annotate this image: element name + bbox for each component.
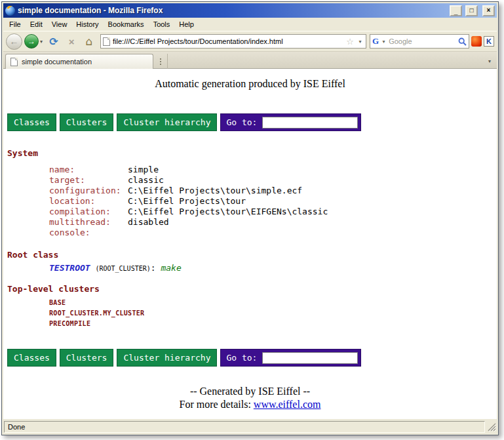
row-label: multithread:	[49, 217, 128, 228]
root-class-line: TESTROOT (ROOT_CLUSTER): make	[49, 262, 497, 274]
clusters-button[interactable]: Clusters	[60, 349, 114, 367]
cluster-link-base[interactable]: BASE	[49, 298, 497, 308]
goto-box: Go to:	[220, 113, 361, 131]
eiffel-website-link[interactable]: www.eiffel.com	[254, 399, 321, 410]
minimize-button[interactable]: _	[450, 5, 462, 16]
home-button[interactable]: ⌂	[81, 33, 97, 49]
google-logo-icon: G	[372, 37, 379, 46]
system-row-multithread: multithread:disabled	[49, 217, 497, 228]
firefox-icon	[5, 6, 15, 16]
details-line: For more details: www.eiffel.com	[3, 398, 497, 411]
row-label: location:	[49, 196, 128, 207]
classes-button[interactable]: Classes	[7, 113, 56, 131]
addon-red-icon[interactable]	[471, 36, 482, 47]
menu-help[interactable]: Help	[174, 18, 199, 30]
page-content: Automatic generation produced by ISE Eif…	[3, 69, 497, 419]
stop-icon: ×	[69, 36, 75, 47]
forward-button-group: → ▾	[24, 34, 44, 49]
stop-button[interactable]: ×	[64, 33, 79, 49]
resize-grip[interactable]	[486, 422, 496, 431]
system-row-console: console:	[49, 228, 497, 238]
browser-window: simple documentation - Mozilla Firefox _…	[1, 1, 499, 435]
cluster-hierarchy-button[interactable]: Cluster hierarchy	[117, 349, 217, 367]
goto-label: Go to:	[221, 353, 262, 363]
root-cluster-ref: (ROOT_CLUSTER)	[95, 265, 150, 272]
search-box[interactable]: G ▾	[370, 34, 469, 49]
url-bar[interactable]: ☆ ▾	[100, 34, 366, 49]
maximize-button[interactable]: □	[465, 5, 478, 16]
classes-button[interactable]: Classes	[7, 349, 56, 367]
minimize-icon: _	[454, 9, 458, 15]
cluster-link-root-cluster[interactable]: ROOT_CLUSTER.MY_CLUSTER	[49, 308, 497, 319]
maximize-icon: □	[469, 7, 473, 14]
menu-file[interactable]: File	[5, 18, 26, 30]
doc-title: Automatic generation produced by ISE Eif…	[3, 78, 497, 90]
navigation-toolbar: ← → ▾ ⟳ × ⌂ ☆ ▾ G ▾	[3, 31, 497, 52]
tab-strip: simple documentation ▾	[3, 52, 497, 69]
menu-edit[interactable]: Edit	[26, 18, 47, 30]
root-class-link[interactable]: TESTROOT	[49, 263, 90, 273]
cluster-link-precompile[interactable]: PRECOMPILE	[49, 319, 497, 329]
row-label: target:	[49, 175, 128, 186]
back-button[interactable]: ←	[6, 33, 22, 50]
system-row-compilation: compilation:C:\Eiffel Projects\tour\EIFG…	[49, 207, 497, 217]
goto-box: Go to:	[220, 349, 361, 367]
forward-icon: →	[28, 37, 35, 46]
goto-input[interactable]	[262, 117, 358, 129]
grippy-dots-icon	[160, 61, 161, 62]
status-text: Done	[4, 421, 485, 433]
url-history-dropdown[interactable]: ▾	[357, 39, 364, 45]
row-value: classic	[128, 175, 164, 186]
row-label: name:	[49, 165, 128, 175]
bookmark-star-icon[interactable]: ☆	[346, 37, 354, 46]
search-engine-dropdown[interactable]: ▾	[380, 39, 387, 45]
page-favicon-icon	[103, 37, 110, 46]
row-label: compilation:	[49, 207, 128, 217]
search-magnifier-icon[interactable]	[458, 37, 467, 46]
menu-view[interactable]: View	[47, 18, 72, 30]
doc-toolbar-bottom: Classes Clusters Cluster hierarchy Go to…	[7, 349, 497, 367]
menu-bar: File Edit View History Bookmarks Tools H…	[3, 18, 497, 31]
cluster-hierarchy-button[interactable]: Cluster hierarchy	[117, 113, 217, 131]
root-feature-link[interactable]: make	[161, 263, 181, 273]
menu-bookmarks[interactable]: Bookmarks	[104, 18, 149, 30]
generated-line: -- Generated by ISE Eiffel --	[3, 385, 497, 398]
menu-tools[interactable]: Tools	[149, 18, 175, 30]
search-input[interactable]	[389, 35, 457, 47]
system-heading: System	[7, 148, 497, 158]
close-button[interactable]: ×	[482, 5, 495, 16]
system-row-target: target:classic	[49, 175, 497, 186]
reload-icon: ⟳	[49, 35, 58, 48]
doc-footer: -- Generated by ISE Eiffel -- For more d…	[3, 385, 497, 411]
row-value: C:\Eiffel Projects\tour	[128, 196, 246, 207]
url-input[interactable]	[113, 35, 343, 47]
tab-favicon-icon	[10, 58, 18, 66]
back-icon: ←	[10, 36, 19, 47]
home-icon: ⌂	[86, 35, 93, 48]
clusters-button[interactable]: Clusters	[60, 113, 114, 131]
row-label: console:	[49, 228, 128, 238]
resize-grip-icon	[488, 423, 496, 431]
reload-button[interactable]: ⟳	[46, 33, 62, 49]
top-level-clusters-list: BASE ROOT_CLUSTER.MY_CLUSTER PRECOMPILE	[49, 298, 497, 329]
close-icon: ×	[487, 7, 491, 14]
row-label: configuration:	[49, 186, 128, 196]
root-colon: :	[151, 263, 156, 273]
doc-toolbar-top: Classes Clusters Cluster hierarchy Go to…	[7, 113, 497, 131]
goto-label: Go to:	[221, 117, 262, 127]
row-value: simple	[128, 165, 159, 175]
forward-history-dropdown[interactable]: ▾	[39, 39, 44, 45]
title-bar[interactable]: simple documentation - Mozilla Firefox _…	[3, 3, 497, 18]
goto-input[interactable]	[262, 352, 358, 364]
addon-k-icon[interactable]: K	[484, 36, 494, 47]
row-value: C:\Eiffel Projects\tour\simple.ecf	[128, 186, 302, 196]
system-table: name:simple target:classic configuration…	[49, 165, 497, 238]
system-row-location: location:C:\Eiffel Projects\tour	[49, 196, 497, 207]
clusters-heading: Top-level clusters	[7, 284, 497, 294]
tab-list-dropdown[interactable]: ▾	[484, 58, 495, 64]
forward-button[interactable]: →	[24, 34, 39, 49]
system-row-name: name:simple	[49, 165, 497, 175]
menu-history[interactable]: History	[71, 18, 103, 30]
tab-strip-grippy	[153, 54, 168, 69]
tab-simple-documentation[interactable]: simple documentation	[5, 54, 153, 69]
